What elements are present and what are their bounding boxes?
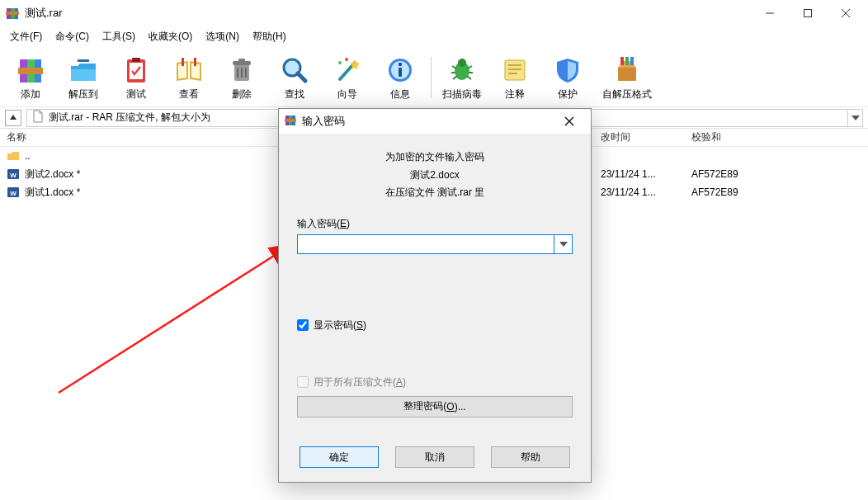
use-for-all-checkbox[interactable] (297, 376, 309, 388)
wand-icon (330, 54, 365, 86)
svg-text:W: W (10, 172, 17, 179)
menu-tools[interactable]: 工具(S) (96, 28, 142, 45)
svg-rect-16 (132, 58, 140, 62)
winrar-app-icon (5, 6, 20, 21)
svg-rect-18 (194, 58, 196, 66)
tool-wizard[interactable]: 向导 (322, 50, 373, 106)
dialog-line2: 测试2.docx (297, 167, 573, 185)
help-button[interactable]: 帮助 (491, 446, 570, 468)
dialog-line3: 在压缩文件 测试.rar 里 (297, 184, 573, 202)
tool-delete-label: 删除 (232, 87, 252, 101)
tool-view-label: 查看 (179, 87, 199, 101)
menu-command[interactable]: 命令(C) (49, 28, 96, 45)
maximize-button[interactable] (789, 0, 827, 26)
svg-rect-46 (618, 68, 636, 81)
tool-sfx[interactable]: 自解压格式 (595, 50, 659, 106)
trash-icon (224, 54, 259, 86)
svg-rect-47 (620, 57, 624, 65)
tool-view[interactable]: 查看 (163, 50, 215, 106)
dialog-body: 为加密的文件输入密码 测试2.docx 在压缩文件 测试.rar 里 输入密码(… (279, 134, 591, 441)
col-name[interactable]: 名称 (0, 130, 281, 144)
tool-delete[interactable]: 删除 (216, 50, 267, 106)
svg-rect-42 (505, 60, 525, 80)
path-dropdown[interactable] (848, 109, 863, 127)
dialog-close-button[interactable] (553, 110, 586, 133)
magnifier-icon (277, 54, 312, 86)
file-time: 23/11/24 1... (594, 168, 685, 180)
minimize-button[interactable] (751, 0, 789, 26)
password-dialog: 输入密码 为加密的文件输入密码 测试2.docx 在压缩文件 测试.rar 里 … (278, 108, 592, 483)
tool-wizard-label: 向导 (337, 87, 357, 101)
document-icon (32, 110, 44, 125)
up-button[interactable] (5, 110, 21, 126)
tool-extract[interactable]: 解压到 (58, 50, 109, 106)
svg-rect-58 (285, 119, 296, 122)
svg-rect-13 (78, 59, 89, 62)
show-password-checkbox[interactable] (297, 319, 309, 331)
password-input[interactable] (297, 234, 554, 254)
close-button[interactable] (827, 0, 865, 26)
tool-virus-label: 扫描病毒 (442, 87, 482, 101)
docx-icon: W (7, 167, 20, 181)
cancel-button[interactable]: 取消 (395, 446, 474, 468)
dialog-title: 输入密码 (302, 114, 345, 129)
dialog-line1: 为加密的文件输入密码 (297, 149, 573, 167)
tool-add[interactable]: 添加 (5, 50, 56, 106)
menu-fav[interactable]: 收藏夹(O) (142, 28, 199, 45)
col-crc[interactable]: 校验和 (685, 130, 792, 144)
show-password-row[interactable]: 显示密码(S) (297, 318, 573, 333)
info-icon (383, 54, 417, 86)
svg-point-32 (399, 62, 402, 65)
file-name: 测试2.docx * (25, 167, 80, 182)
toolbar-separator (431, 57, 432, 98)
tool-comment[interactable]: 注释 (489, 50, 540, 106)
svg-rect-49 (630, 57, 634, 65)
svg-rect-33 (399, 68, 402, 77)
file-crc: AF572E89 (685, 168, 792, 180)
organize-passwords-button[interactable]: 整理密码(O)... (297, 396, 573, 417)
menu-file[interactable]: 文件(F) (3, 28, 49, 45)
folder-extract-icon (66, 54, 101, 86)
file-time: 23/11/24 1... (594, 186, 685, 198)
menu-options[interactable]: 选项(N) (199, 28, 246, 45)
use-for-all-row[interactable]: 用于所有压缩文件(A) (297, 375, 573, 389)
folder-up-icon (7, 149, 20, 163)
svg-point-35 (458, 59, 466, 67)
tool-find[interactable]: 查找 (269, 50, 320, 106)
use-for-all-label: 用于所有压缩文件(A) (314, 375, 406, 389)
tool-info[interactable]: 信息 (375, 50, 426, 106)
svg-rect-3 (6, 12, 19, 15)
svg-point-29 (345, 58, 348, 61)
col-time[interactable]: 改时间 (594, 130, 685, 144)
tool-extract-label: 解压到 (68, 87, 98, 101)
tool-test-label: 测试 (126, 87, 146, 101)
menu-help[interactable]: 帮助(H) (246, 28, 293, 45)
ok-button[interactable]: 确定 (300, 446, 379, 468)
tool-add-label: 添加 (21, 87, 40, 101)
docx-icon: W (7, 186, 20, 199)
file-name: 测试1.docx * (25, 186, 80, 200)
svg-rect-21 (238, 59, 245, 62)
svg-rect-11 (18, 68, 43, 74)
svg-text:W: W (10, 190, 17, 197)
clipboard-check-icon (119, 54, 153, 86)
tool-test[interactable]: 测试 (111, 50, 162, 106)
menubar: 文件(F) 命令(C) 工具(S) 收藏夹(O) 选项(N) 帮助(H) (0, 26, 868, 46)
svg-rect-17 (182, 58, 184, 66)
show-password-label: 显示密码(S) (314, 318, 366, 333)
shield-icon (550, 54, 585, 86)
path-text: 测试.rar - RAR 压缩文件, 解包大小为 (49, 111, 210, 125)
svg-rect-5 (804, 9, 812, 17)
file-name: .. (25, 150, 31, 162)
tool-find-label: 查找 (285, 87, 304, 101)
password-label: 输入密码(E) (297, 217, 573, 231)
dialog-prompt: 为加密的文件输入密码 测试2.docx 在压缩文件 测试.rar 里 (297, 149, 573, 202)
svg-line-41 (467, 76, 471, 79)
book-open-icon (172, 54, 206, 86)
password-dropdown[interactable] (554, 234, 573, 254)
svg-point-28 (338, 61, 342, 64)
tool-protect[interactable]: 保护 (542, 50, 593, 106)
svg-line-26 (298, 73, 305, 81)
tool-virus[interactable]: 扫描病毒 (436, 50, 488, 106)
dialog-titlebar: 输入密码 (279, 109, 591, 134)
